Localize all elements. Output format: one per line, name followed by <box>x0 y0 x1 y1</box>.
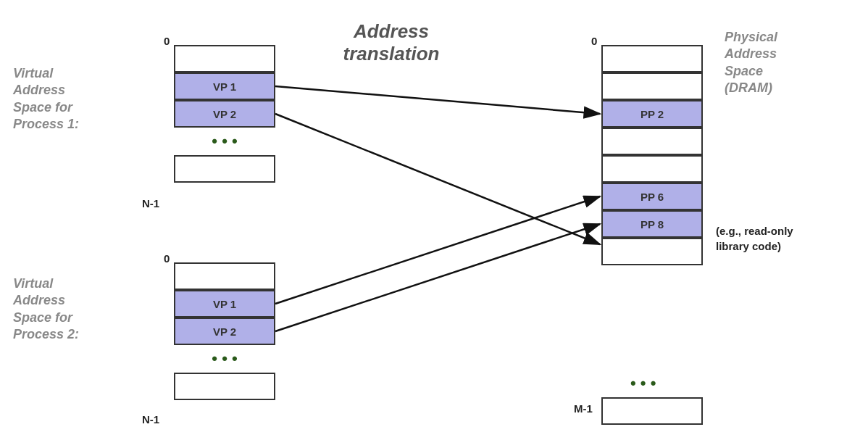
arrow-vp1-p1-to-pp2 <box>275 86 600 114</box>
process2-vbox-vp2: VP 2 <box>174 318 275 345</box>
physical-label: PhysicalAddressSpace(DRAM) <box>725 29 777 97</box>
process2-addr-end: N-1 <box>142 413 159 426</box>
process2-vbox-0 <box>174 262 275 290</box>
pbox-pp2: PP 2 <box>601 100 703 128</box>
diagram-container: Addresstranslation VirtualAddressSpace f… <box>0 0 868 448</box>
process1-vbox-0 <box>174 45 275 72</box>
process2-dots: • • • <box>174 345 275 373</box>
process1-vbox-last <box>174 155 275 183</box>
pbox-3 <box>601 128 703 155</box>
arrow-vp1-p2-to-pp6 <box>275 196 600 304</box>
process1-vbox-vp1: VP 1 <box>174 72 275 100</box>
process1-vspace: VP 1 VP 2 • • • <box>174 45 275 183</box>
pbox-pp8: PP 8 <box>601 210 703 238</box>
pbox-pp6: PP 6 <box>601 183 703 210</box>
pbox-last <box>601 397 703 425</box>
process2-vspace: VP 1 VP 2 • • • <box>174 262 275 400</box>
physical-pspace: PP 2 PP 6 PP 8 <box>601 45 703 265</box>
process2-vbox-last <box>174 373 275 400</box>
pbox-7 <box>601 238 703 265</box>
process2-addr-start: 0 <box>164 252 170 265</box>
process1-addr-start: 0 <box>164 35 170 47</box>
pbox-0 <box>601 45 703 72</box>
process2-label: VirtualAddressSpace forProcess 2: <box>13 275 79 344</box>
arrow-vp2-p1-to-pp6 <box>275 114 600 244</box>
process2-vbox-vp1: VP 1 <box>174 290 275 318</box>
physical-dots: • • • <box>630 370 656 397</box>
process1-dots: • • • <box>174 128 275 155</box>
process1-label: VirtualAddressSpace forProcess 1: <box>13 65 79 133</box>
pbox-1 <box>601 72 703 100</box>
pbox-4 <box>601 155 703 183</box>
arrow-vp2-p2-to-pp8 <box>275 224 600 331</box>
physical-addr-end: M-1 <box>574 402 593 415</box>
physical-note: (e.g., read-onlylibrary code) <box>716 223 793 254</box>
process1-vbox-vp2: VP 2 <box>174 100 275 128</box>
process1-addr-end: N-1 <box>142 197 159 210</box>
address-translation-title: Addresstranslation <box>312 20 471 65</box>
physical-addr-start: 0 <box>591 35 597 47</box>
